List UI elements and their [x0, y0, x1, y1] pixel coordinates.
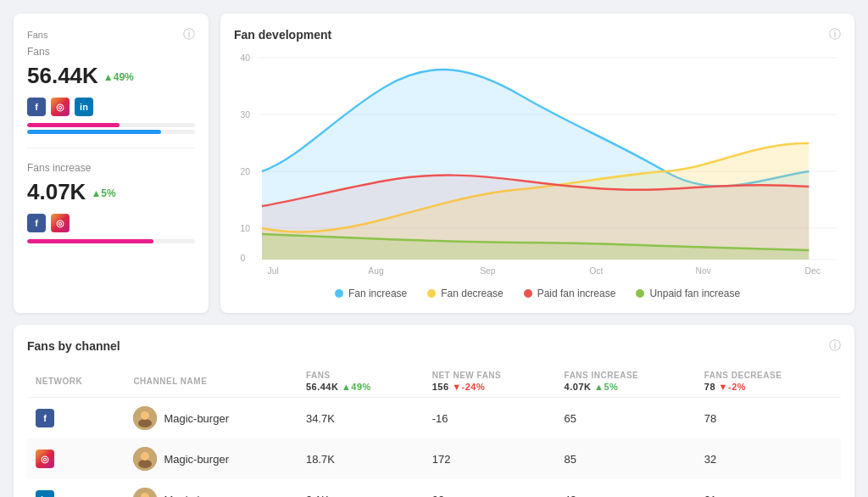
row1-increase: 65: [556, 398, 696, 439]
row1-net: -16: [424, 398, 556, 439]
th-decrease-change: ▼-2%: [719, 382, 746, 392]
chart-info-icon[interactable]: ⓘ: [829, 27, 841, 42]
fans-info-icon[interactable]: ⓘ: [183, 27, 195, 42]
th-fans-sub: 56.44K ▲49%: [306, 382, 415, 392]
fans-increase-change: ▲5%: [91, 187, 115, 199]
legend-fan-increase: Fan increase: [335, 288, 407, 299]
fans-increase-facebook-icon[interactable]: f: [27, 214, 46, 232]
row2-decrease: 32: [696, 438, 841, 479]
fans-increase-progress-bar: [27, 239, 153, 243]
fans-increase-instagram-icon[interactable]: ◎: [51, 214, 70, 232]
y-label-30: 30: [241, 109, 251, 120]
fans-social-icons: f ◎ in: [27, 98, 195, 116]
instagram-icon[interactable]: ◎: [51, 98, 70, 116]
fans-progress-blue: [27, 130, 161, 134]
fans-increase-metric-row: 4.07K ▲5%: [27, 179, 195, 207]
fans-card-title: Fans: [27, 30, 47, 40]
legend-dot-fan-decrease: [427, 289, 436, 298]
row3-channel-name: Magic-burger: [164, 494, 229, 498]
table-info-icon[interactable]: ⓘ: [829, 338, 841, 354]
row3-increase: 43: [556, 479, 696, 497]
fans-progress-container: [27, 123, 195, 127]
row3-net: 92: [424, 479, 556, 497]
fans-progress-pink: [27, 123, 120, 127]
row1-decrease: 78: [696, 398, 841, 439]
th-network: NETWORK: [27, 366, 125, 398]
y-label-20: 20: [241, 166, 251, 176]
th-increase-sub: 4.07K ▲5%: [565, 382, 687, 392]
fans-increase-value: 4.07K: [27, 179, 86, 205]
legend-dot-paid-fan: [524, 289, 532, 298]
x-label-sep: Sep: [480, 265, 495, 276]
legend-label-fan-decrease: Fan decrease: [441, 288, 503, 299]
top-row: Fans ⓘ Fans 56.44K ▲49% f ◎ in: [14, 14, 854, 313]
legend-dot-fan-increase: [335, 289, 343, 298]
row2-avatar: [133, 447, 157, 471]
fans-change: ▲49%: [103, 71, 134, 83]
x-label-oct: Oct: [589, 265, 603, 276]
row3-decrease: 21: [696, 479, 841, 497]
row2-fans: 18.7K: [298, 438, 424, 479]
legend-label-paid-fan: Paid fan increase: [537, 288, 616, 299]
th-increase-label: FANS INCREASE: [565, 371, 687, 380]
fan-development-card: Fan development ⓘ 40 30 20 10 0 Jul Aug: [220, 14, 854, 313]
row1-network: f: [27, 398, 125, 439]
fans-card-header: Fans ⓘ: [27, 27, 195, 42]
fans-by-channel-card: Fans by channel ⓘ NETWORK CHANNEL NAME F…: [14, 325, 854, 497]
row1-channel-cell: Magic-burger: [133, 406, 289, 430]
th-fans: FANS 56.44K ▲49%: [298, 366, 424, 398]
fans-card: Fans ⓘ Fans 56.44K ▲49% f ◎ in: [14, 14, 209, 313]
row3-fans: 3.1K: [298, 479, 424, 497]
svg-point-6: [138, 419, 152, 427]
table-card-header: Fans by channel ⓘ: [27, 338, 841, 354]
row1-fb-icon: f: [36, 409, 54, 427]
th-fans-label: FANS: [306, 371, 415, 380]
legend-fan-decrease: Fan decrease: [427, 288, 503, 299]
row1-channel: Magic-burger: [125, 398, 298, 439]
legend-label-fan-increase: Fan increase: [348, 288, 407, 299]
th-net-new: NET NEW FANS 156 ▼-24%: [424, 366, 556, 398]
y-label-0: 0: [241, 253, 246, 263]
fans-section-total: Fans 56.44K ▲49% f ◎ in: [27, 46, 195, 148]
th-fans-change: ▲49%: [342, 382, 371, 392]
row3-li-icon: in: [36, 490, 54, 497]
fans-increase-label: Fans increase: [27, 162, 195, 174]
svg-point-9: [138, 460, 152, 468]
row2-network: ◎: [27, 438, 125, 479]
table-row: f Magic-burger 34.7K -16 65 78: [27, 398, 841, 439]
th-increase: FANS INCREASE 4.07K ▲5%: [556, 366, 696, 398]
th-net-label: NET NEW FANS: [432, 371, 548, 380]
svg-point-10: [141, 452, 149, 461]
row2-channel: Magic-burger: [125, 438, 298, 479]
fans-increase-section: Fans increase 4.07K ▲5% f ◎: [27, 162, 195, 243]
chart-title: Fan development: [234, 28, 331, 42]
linkedin-icon[interactable]: in: [75, 98, 93, 116]
fans-progress-container2: [27, 130, 195, 134]
row3-avatar: [133, 488, 157, 497]
fans-increase-social-icons: f ◎: [27, 214, 195, 232]
table-row: in Magic-burger 3.1K 92 43 21: [27, 479, 841, 497]
th-net-sub: 156 ▼-24%: [432, 382, 548, 392]
th-channel: CHANNEL NAME: [125, 366, 298, 398]
row2-net: 172: [424, 438, 556, 479]
row1-fans: 34.7K: [298, 398, 424, 439]
x-label-dec: Dec: [805, 265, 821, 276]
fans-value: 56.44K: [27, 63, 98, 89]
th-decrease-sub: 78 ▼-2%: [704, 382, 832, 392]
row2-channel-cell: Magic-burger: [133, 447, 289, 471]
legend-unpaid-fan: Unpaid fan increase: [636, 288, 740, 299]
row2-ig-icon: ◎: [36, 450, 54, 468]
th-decrease-label: FANS DECREASE: [704, 371, 832, 380]
legend-dot-unpaid-fan: [636, 289, 644, 298]
chart-legend: Fan increase Fan decrease Paid fan incre…: [234, 288, 841, 299]
fan-chart-svg: 40 30 20 10 0 Jul Aug Sep Oct Nov Dec: [234, 49, 841, 278]
fans-increase-progress: [27, 239, 195, 243]
y-label-40: 40: [241, 53, 251, 63]
th-decrease: FANS DECREASE 78 ▼-2%: [696, 366, 841, 398]
facebook-icon[interactable]: f: [27, 98, 46, 116]
dashboard-layout: Fans ⓘ Fans 56.44K ▲49% f ◎ in: [14, 14, 854, 497]
row2-channel-name: Magic-burger: [164, 453, 229, 466]
table-header-row: NETWORK CHANNEL NAME FANS 56.44K ▲49% NE…: [27, 366, 841, 398]
th-net-change: ▼-24%: [452, 382, 485, 392]
row3-network: in: [27, 479, 125, 497]
